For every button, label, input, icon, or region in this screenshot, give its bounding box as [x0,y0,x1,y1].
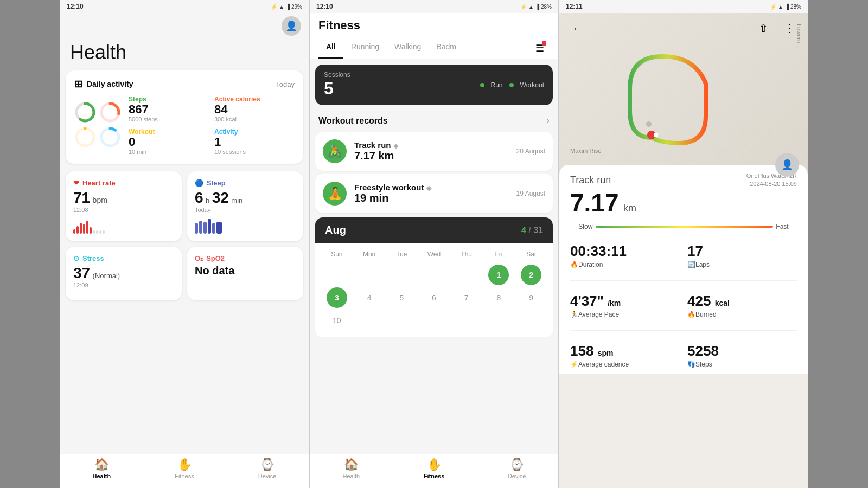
sleep-card[interactable]: 🔵 Sleep 6 h 32 min Today [187,171,303,241]
fitness-header: Fitness All Running Walking Badm ☰ [310,13,558,59]
day-fri: Fri [483,248,515,260]
burned-icon: 🔥 [687,311,695,318]
device-icon-2: ⌚ [509,458,524,472]
avatar[interactable]: 👤 [282,16,301,36]
nav-device[interactable]: ⌚ Device [226,458,309,479]
fitness-icon-2: ✋ [427,458,442,472]
stats-grid: 00:33:11 🔥Duration 17 🔄Laps 4'37" /km 🏃A… [570,243,797,368]
divider-2 [570,280,797,281]
tab-badm[interactable]: Badm [429,38,464,59]
day-tue: Tue [385,248,418,260]
stat-pace: 4'37" /km 🏃Average Pace [570,293,680,318]
workout-dot [509,83,514,87]
workout-calendar: Aug 4 / 31 Sun Mon Tue Wed Thu Fri Sat [315,217,553,337]
cal-day-4[interactable]: 4 [359,287,380,308]
workout-stat: Workout 0 10 min [129,128,209,155]
heart-rate-card[interactable]: ❤ Heart rate 71 bpm 12:08 [66,171,182,241]
laps-icon: 🔄 [687,261,695,268]
steps-ring [74,101,96,123]
workout-ring [74,126,96,148]
signal-icon: ▐ [286,4,290,10]
nav-fitness-2[interactable]: ✋ Fitness [393,458,476,479]
stress-card[interactable]: ⊙ Stress 37 (Normal) 12:09 [66,247,182,300]
status-icons-2: ⚡ ▲ ▐ 28% [520,4,552,10]
sleep-value: 6 h 32 min [195,189,296,207]
chevron-right-icon[interactable]: › [546,115,550,126]
cal-day-5[interactable]: 5 [391,287,412,308]
freestyle-info: Freestyle workout ◈ 19 min [354,183,509,204]
detail-avatar: 👤 [775,153,799,177]
time-2: 12:10 [316,3,333,10]
divider-1 [570,236,797,236]
status-bar-3: 12:11 ⚡ ▲ ▐ 28% [559,0,808,13]
workout-record-1[interactable]: 🚴 Track run ◈ 7.17 km 20 August [315,132,553,171]
track-run-icon: 🚴 [323,139,347,163]
share-button[interactable]: ⇧ [754,18,773,38]
tab-running[interactable]: Running [343,38,387,59]
cal-day-10[interactable]: 10 [327,310,347,331]
pace-gradient [596,226,773,228]
cal-day-1[interactable]: 1 [488,265,509,285]
spo2-card[interactable]: O₂ SpO2 No data [187,247,303,300]
workout-records-title: Workout records [318,116,388,126]
stat-laps: 17 🔄Laps [687,243,797,268]
status-icons-3: ⚡ ▲ ▐ 28% [770,4,801,10]
day-mon: Mon [353,248,386,260]
status-icons-1: ⚡ ▲ ▐ 29% [271,4,302,10]
top-bar-1: 👤 [60,13,309,39]
stat-duration: 00:33:11 🔥Duration [570,243,680,268]
run-dot [480,83,484,87]
daily-activity-header: ⊞ Daily activity Today [74,78,295,90]
spo2-icon: O₂ [195,254,203,262]
steps-stat: Steps 867 5000 steps [129,95,209,123]
cal-day-9[interactable]: 9 [521,287,541,308]
phone-track-detail: 12:11 ⚡ ▲ ▐ 28% ← ⇧ ⋮ Maxim Rise Lowero.… [559,0,808,488]
activity-icon: ⊞ [74,78,82,90]
back-button[interactable]: ← [568,18,588,38]
sessions-legend: Run Workout [480,81,544,89]
status-bar-2: 12:10 ⚡ ▲ ▐ 28% [310,0,558,13]
cal-day-2[interactable]: 2 [521,265,541,285]
pace-icon: 🏃 [570,311,578,318]
workout-record-2[interactable]: 🧘 Freestyle workout ◈ 19 min 19 August [315,174,553,213]
activity-stat: Activity 1 10 sessions [214,128,295,155]
cal-empty-2 [359,265,380,285]
stat-burned: 425 kcal 🔥Burned [687,293,797,318]
nav-health[interactable]: 🏠 Health [60,458,143,479]
tab-all[interactable]: All [318,38,343,59]
cal-day-8[interactable]: 8 [488,287,509,308]
calendar-days: 1 2 3 4 5 6 7 8 9 10 [321,264,547,332]
battery-2: 28% [541,4,552,10]
workout-date-1: 20 August [516,147,545,155]
divider-3 [570,330,797,331]
tab-menu[interactable]: ☰ [530,38,550,59]
battery-icon: 29% [291,4,302,10]
day-wed: Wed [418,248,450,260]
svg-point-4 [76,129,94,146]
calories-stat: Active calories 84 300 kcal [214,95,295,123]
cal-day-7[interactable]: 7 [456,287,477,308]
nav-fitness[interactable]: ✋ Fitness [143,458,226,479]
cadence-icon: ⚡ [570,361,578,368]
cal-empty-1 [327,265,347,285]
sleep-chart [195,217,296,234]
bluetooth-icon-3: ⚡ [770,4,776,10]
pace-fast: Fast — [776,223,797,230]
steps-icon: 👣 [687,361,695,368]
stress-icon: ⊙ [73,254,79,262]
cal-empty-5 [456,265,477,285]
nav-health-2[interactable]: 🏠 Health [310,458,393,479]
heart-rate-chart [73,217,174,234]
track-route-svg [619,40,727,159]
svg-point-10 [646,121,652,127]
sleep-icon: 🔵 [195,179,203,187]
stat-cadence: 158 spm ⚡Average cadence [570,343,680,368]
cal-day-3[interactable]: 3 [327,287,347,308]
cal-day-6[interactable]: 6 [424,287,444,308]
bluetooth-icon-2: ⚡ [520,4,527,10]
wifi-icon-2: ▲ [528,4,534,10]
nav-device-2[interactable]: ⌚ Device [475,458,558,479]
tab-walking[interactable]: Walking [387,38,429,59]
more-button[interactable]: ⋮ [780,18,799,38]
workout-records-row: Workout records › [310,110,558,130]
